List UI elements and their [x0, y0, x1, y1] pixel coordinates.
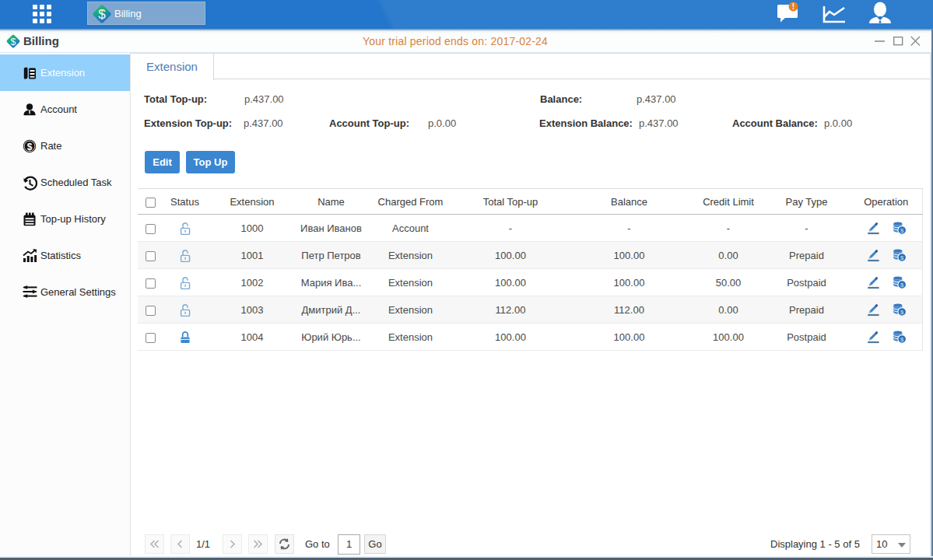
svg-text:$: $	[27, 141, 33, 152]
svg-text:$: $	[900, 227, 904, 234]
svg-text:$: $	[98, 7, 106, 22]
svg-text:$: $	[900, 336, 904, 343]
svg-text:$: $	[900, 309, 904, 316]
svg-text:$: $	[900, 254, 904, 261]
svg-text:!: !	[792, 2, 794, 11]
svg-text:$: $	[11, 37, 16, 47]
svg-text:$: $	[900, 282, 904, 289]
